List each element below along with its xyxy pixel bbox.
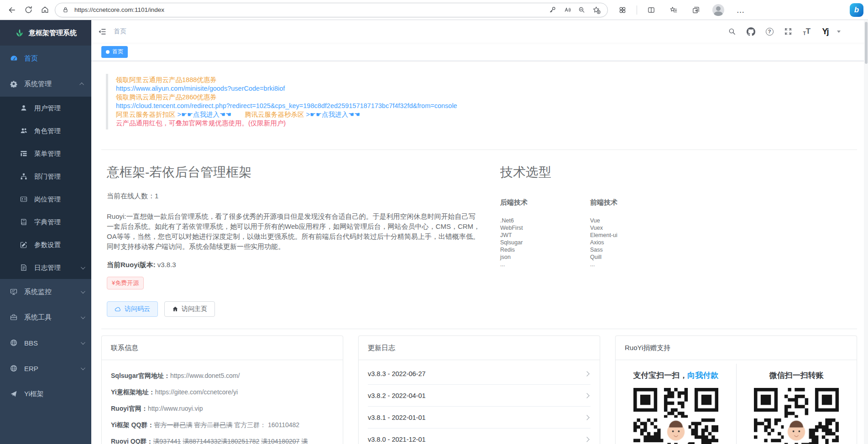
sidebar-item-guide[interactable]: Yi框架 bbox=[0, 381, 91, 407]
search-icon[interactable] bbox=[725, 24, 739, 39]
back-button[interactable] bbox=[4, 2, 20, 18]
collections-button[interactable] bbox=[688, 2, 704, 18]
chevron-down-icon[interactable] bbox=[837, 31, 841, 33]
site-lock-icon[interactable] bbox=[61, 6, 70, 13]
online-count: 1 bbox=[155, 192, 158, 200]
sidebar-item-dict[interactable]: 字典管理 bbox=[0, 211, 91, 233]
notice-link[interactable]: https://cloud.tencent.com/redirect.php?r… bbox=[116, 102, 457, 109]
visit-homepage-button[interactable]: 访问主页 bbox=[164, 301, 215, 317]
post-icon bbox=[20, 196, 28, 203]
contact-label: Yi框架 QQ群： bbox=[111, 421, 154, 429]
sidebar-item-label: 系统监控 bbox=[24, 288, 52, 296]
sidebar-item-monitor[interactable]: 系统监控 bbox=[0, 279, 91, 305]
user-icon bbox=[20, 104, 28, 112]
monitor-icon bbox=[10, 288, 18, 295]
edit-icon bbox=[20, 241, 28, 248]
font-size-icon[interactable] bbox=[800, 24, 814, 39]
notice-link[interactable]: >☛☛点我进入☚☚ bbox=[178, 111, 231, 118]
intro-left: 意框架-若依后台管理框架 当前在线人数：1 Ruoyi:一直想做一款后台管理系统… bbox=[101, 150, 500, 317]
tech-section: 技术选型 后端技术 .Net6WebFirstJWTSqlsugarRedisj… bbox=[500, 150, 857, 317]
favorite-this-page-icon[interactable] bbox=[591, 6, 602, 14]
sidebar-item-log[interactable]: 日志管理 bbox=[0, 256, 91, 279]
copilot-bing-button[interactable] bbox=[850, 3, 863, 17]
contact-row: Yi框架 QQ群：官方一群已满 官方二群已满 官方三群： 160110482 bbox=[111, 420, 334, 429]
changelog-item[interactable]: v3.8.1 - 2022-01-01 bbox=[368, 407, 591, 429]
changelog-card: 更新日志 v3.8.3 - 2022-06-27v3.8.2 - 2022-04… bbox=[358, 336, 600, 444]
tech-item: Quill bbox=[590, 253, 680, 261]
contact-label: Sqlsugar官网地址： bbox=[111, 372, 170, 379]
tech-item: Axios bbox=[590, 239, 680, 246]
zoom-out-icon[interactable] bbox=[576, 6, 587, 14]
sidebar-item-gear[interactable]: 系统管理 bbox=[0, 71, 91, 97]
tech-item: Sqlsugar bbox=[500, 239, 590, 246]
refresh-button[interactable] bbox=[20, 2, 37, 18]
sidebar-item-label: 用户管理 bbox=[34, 104, 61, 113]
donate-card-title: RuoYi捐赠支持 bbox=[616, 336, 857, 360]
chevron-right-icon bbox=[584, 393, 589, 398]
main-area: 首页 首页 领取阿里云通用云产品1888优惠券https bbox=[91, 20, 868, 444]
home-button[interactable] bbox=[37, 2, 53, 18]
visit-gitee-button[interactable]: 访问码云 bbox=[107, 301, 158, 317]
sidebar-item-tree[interactable]: 部门管理 bbox=[0, 165, 91, 188]
tech-item: Redis bbox=[500, 246, 590, 253]
contact-row: Yi意框架地址：https://gitee.com/ccnetcore/yi bbox=[111, 387, 334, 397]
chevron-down-icon bbox=[81, 289, 85, 294]
back-icon bbox=[7, 5, 16, 15]
sidebar-item-globe[interactable]: BBS bbox=[0, 330, 91, 356]
contact-value-struck: 满887144332 bbox=[183, 438, 221, 444]
refresh-icon bbox=[24, 5, 33, 14]
tags-view-bar: 首页 bbox=[91, 43, 868, 61]
log-icon bbox=[20, 264, 28, 271]
app-window: 意框架管理系统 首页系统管理用户管理角色管理菜单管理部门管理岗位管理字典管理参数… bbox=[0, 20, 868, 444]
backend-tech-list: .Net6WebFirstJWTSqlsugarRedisjson... bbox=[500, 217, 590, 268]
fullscreen-icon[interactable] bbox=[781, 24, 795, 39]
split-screen-button[interactable] bbox=[643, 2, 659, 18]
notice-link[interactable]: >☛☛点我进入☚☚ bbox=[306, 111, 360, 118]
sidebar-item-tree-table[interactable]: 菜单管理 bbox=[0, 142, 91, 165]
browser-toolbar: https://ccnetcore.com:1101/index … bbox=[0, 0, 868, 20]
github-icon[interactable] bbox=[743, 24, 758, 39]
app-logo[interactable]: 意框架管理系统 bbox=[0, 20, 91, 46]
contact-value-struck: 满104180207 bbox=[261, 438, 299, 444]
notice-link[interactable]: https://www.aliyun.com/minisite/goods?us… bbox=[116, 85, 285, 92]
sidebar-item-edit[interactable]: 参数设置 bbox=[0, 233, 91, 256]
chevron-up-icon bbox=[79, 82, 84, 87]
read-aloud-icon[interactable] bbox=[562, 6, 572, 14]
intro-section: 意框架-若依后台管理框架 当前在线人数：1 Ruoyi:一直想做一款后台管理系统… bbox=[101, 150, 857, 329]
pay-me-link[interactable]: 向我付款 bbox=[687, 371, 718, 380]
url-text[interactable]: https://ccnetcore.com:1101/index bbox=[74, 6, 543, 13]
contact-rows: Sqlsugar官网地址：https://www.donet5.com/Yi意框… bbox=[102, 360, 343, 444]
sidebar-item-peoples[interactable]: 角色管理 bbox=[0, 119, 91, 142]
sidebar-item-label: 字典管理 bbox=[34, 218, 61, 227]
changelog-item[interactable]: v3.8.0 - 2021-12-01 bbox=[368, 429, 591, 444]
settings-menu-button[interactable]: … bbox=[732, 2, 749, 18]
scrollbar-thumb[interactable] bbox=[865, 22, 868, 64]
page-scrollbar[interactable] bbox=[864, 21, 868, 444]
guide-icon bbox=[10, 390, 18, 398]
password-key-icon[interactable] bbox=[547, 6, 558, 14]
sidebar-fold-button[interactable] bbox=[98, 27, 106, 36]
tag-home[interactable]: 首页 bbox=[101, 46, 128, 58]
sidebar-item-label: 岗位管理 bbox=[34, 195, 61, 204]
contact-value: 官方三群： 160110482 bbox=[232, 421, 299, 429]
page-content: 领取阿里云通用云产品1888优惠券https://www.aliyun.com/… bbox=[91, 61, 868, 444]
sidebar-item-tool[interactable]: 系统工具 bbox=[0, 305, 91, 330]
sidebar-item-dashboard[interactable]: 首页 bbox=[0, 46, 91, 71]
changelog-item[interactable]: v3.8.2 - 2022-04-01 bbox=[368, 385, 591, 407]
address-bar[interactable]: https://ccnetcore.com:1101/index bbox=[55, 3, 608, 17]
extensions-button[interactable] bbox=[614, 2, 631, 18]
favorites-button[interactable] bbox=[665, 2, 682, 18]
sidebar-item-label: 角色管理 bbox=[34, 127, 61, 135]
sidebar-item-label: 参数设置 bbox=[34, 241, 61, 249]
user-avatar[interactable] bbox=[818, 25, 832, 38]
sidebar-item-label: 首页 bbox=[24, 54, 38, 63]
help-icon[interactable] bbox=[762, 24, 777, 39]
sidebar-item-user[interactable]: 用户管理 bbox=[0, 97, 91, 119]
contact-value: https://www.donet5.com/ bbox=[170, 372, 240, 379]
contact-value-struck: 满180251782 bbox=[221, 438, 259, 444]
profile-button[interactable] bbox=[710, 2, 727, 18]
changelog-item[interactable]: v3.8.3 - 2022-06-27 bbox=[368, 363, 591, 385]
sidebar-item-globe[interactable]: ERP bbox=[0, 356, 91, 381]
sidebar-item-post[interactable]: 岗位管理 bbox=[0, 188, 91, 211]
notice-text: 云产品通用红包，可叠加官网常规优惠使用。(仅限新用户) bbox=[116, 119, 286, 127]
